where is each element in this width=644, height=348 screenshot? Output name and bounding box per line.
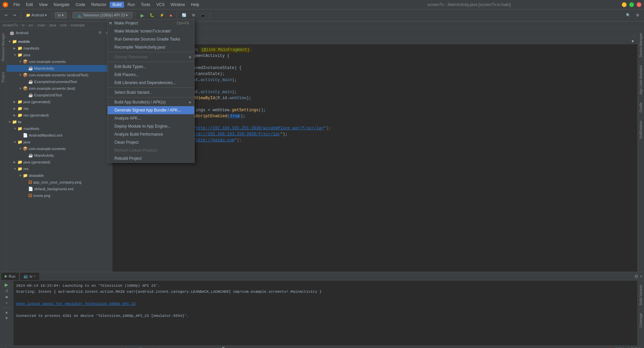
tree-item-res-m[interactable]: ▶ 📁 res xyxy=(7,105,112,112)
menu-select-build-variant[interactable]: Select Build Variant... xyxy=(108,88,194,96)
rerun-button[interactable]: ↺ xyxy=(5,289,8,293)
tree-item-mainactivity-tv[interactable]: ☕ MainActivity xyxy=(7,152,112,159)
tree-item-default-bg[interactable]: 📄 default_background.xml xyxy=(7,186,112,192)
scroll-down-button[interactable]: ▼ xyxy=(5,316,9,321)
bottom-tab-tv[interactable]: 📺 tv × xyxy=(20,273,39,280)
breadcrumb-item-5[interactable]: com xyxy=(60,23,67,27)
tree-item-drawable-tv[interactable]: ▼ 📁 drawable xyxy=(7,172,112,179)
tree-item-com-screentv-tv[interactable]: ▼ 📦 com.example.screentv xyxy=(7,145,112,152)
menu-clean-project[interactable]: Clean Project xyxy=(108,138,194,146)
menu-run[interactable]: Run xyxy=(125,2,138,8)
tree-item-androidmanifest[interactable]: 📄 AndroidManifest.xml xyxy=(7,132,112,139)
menu-analyze-apk[interactable]: Analyze APK... xyxy=(108,114,194,122)
minimize-button[interactable]: − xyxy=(622,2,627,7)
menu-file[interactable]: File xyxy=(11,2,22,8)
stop-action-button[interactable]: ■ xyxy=(5,295,8,299)
tree-item-com-test[interactable]: ▼ 📦 com.example.screentv (test) xyxy=(7,85,112,92)
tree-item-app-icon-png[interactable]: 🖼 app_icon_your_company.png xyxy=(7,179,112,186)
scroll-up-button[interactable]: ▲ xyxy=(5,310,9,315)
tree-item-com-screentv[interactable]: ▼ 📦 com.example.screentv xyxy=(7,58,112,65)
bottom-settings-button[interactable]: ⚙ xyxy=(634,274,639,279)
menu-vcs[interactable]: VCS xyxy=(154,2,167,8)
toolbar-undo[interactable]: ↩ xyxy=(3,12,10,18)
search-everywhere-button[interactable]: 🔍 xyxy=(624,12,633,18)
notifications-label[interactable]: Notifications xyxy=(639,119,643,140)
breadcrumb-item-3[interactable]: main xyxy=(38,23,46,27)
tree-item-mobile[interactable]: ▼ 📁 mobile xyxy=(7,38,112,45)
avd-manager-button[interactable]: 📱 xyxy=(199,12,207,18)
menu-window[interactable]: Window xyxy=(168,2,188,8)
menu-help[interactable]: Help xyxy=(188,2,202,8)
menu-edit-libraries[interactable]: Edit Libraries and Dependencies... xyxy=(108,79,194,87)
toolbar-project-dropdown[interactable]: 📁 Android ▾ xyxy=(24,12,49,18)
tree-item-java-gen-tv[interactable]: ▶ 📁 java (generated) xyxy=(7,159,112,165)
run-button[interactable]: ▶ xyxy=(139,12,146,19)
folder-icon-test: 📦 xyxy=(23,86,28,91)
breadcrumb-sep-1: › xyxy=(26,23,27,27)
menu-edit-flavors[interactable]: Edit Flavors... xyxy=(108,71,194,79)
tree-item-unit-test[interactable]: ☕ ExampleUnitTest xyxy=(7,92,112,98)
tree-item-java-mobile[interactable]: ▼ 📁 java xyxy=(7,52,112,58)
menu-edit-build-types[interactable]: Edit Build Types... xyxy=(108,63,194,71)
maximize-button[interactable]: □ xyxy=(629,2,634,7)
menu-view[interactable]: View xyxy=(36,2,50,8)
debug-button[interactable]: 🐛 xyxy=(148,12,156,18)
project-panel-label[interactable]: Project xyxy=(1,71,5,84)
settings-button[interactable]: ⚙ xyxy=(634,12,641,18)
tree-item-res-gen-m[interactable]: ▶ 📁 res (generated) xyxy=(7,112,112,119)
menu-build[interactable]: Build xyxy=(110,2,124,8)
app-links-label[interactable]: App Links Assistant xyxy=(639,64,643,96)
breadcrumb-item-0[interactable]: screenTv xyxy=(3,23,18,27)
bottom-tab-run[interactable]: ▶ Run xyxy=(1,273,19,280)
device-dropdown[interactable]: 📺 Television (1080p) API 23 ▾ xyxy=(72,12,133,18)
sdk-manager-button[interactable]: ⚙ xyxy=(190,12,197,18)
bottom-close-button[interactable]: × xyxy=(640,274,643,279)
tree-item-tv[interactable]: ▼ 📁 tv xyxy=(7,119,112,125)
tree-item-java-generated-m[interactable]: ▶ 📁 java (generated) xyxy=(7,98,112,105)
menu-code[interactable]: Code xyxy=(73,2,88,8)
tree-item-manifests-tv[interactable]: ▼ 📁 manifests xyxy=(7,125,112,132)
tree-item-res-tv[interactable]: ▼ 📁 res xyxy=(7,165,112,172)
menu-tools[interactable]: Tools xyxy=(138,2,153,8)
menu-refactor[interactable]: Refactor xyxy=(89,2,109,8)
menu-run-generate[interactable]: Run Generate Sources Gradle Tasks xyxy=(108,35,194,43)
gradle-label[interactable]: Gradle xyxy=(639,101,643,114)
device-manager-label[interactable]: Device Manager xyxy=(639,31,643,59)
menu-recompile[interactable]: Recompile 'MainActivity.java' xyxy=(108,43,194,51)
sync-project-button[interactable]: 🔄 xyxy=(180,12,189,18)
tree-item-com-androidtest[interactable]: ▼ 📦 com.example.screentv (androidTest) xyxy=(7,72,112,78)
menu-generate-signed[interactable]: Generate Signed App Bundle / APK... xyxy=(108,106,194,114)
run-action-button[interactable]: ▶ xyxy=(5,282,8,287)
menu-make-module[interactable]: Make Module 'screenTv.tv.main' xyxy=(108,27,194,35)
tree-item-mainactivity-m[interactable]: ☕ MainActivity xyxy=(7,65,112,72)
menu-build-apk[interactable]: Build App Bundle(s) / APK(s) xyxy=(108,98,194,106)
tree-item-movie-png[interactable]: 🖼 movie.png xyxy=(7,192,112,199)
tv-tab-close[interactable]: × xyxy=(34,274,36,278)
stop-button[interactable]: ■ xyxy=(168,12,174,18)
breadcrumb-item-6[interactable]: example xyxy=(71,23,85,27)
breadcrumb-item-1[interactable]: tv xyxy=(22,23,25,27)
more-tabs-button[interactable]: ⋮ xyxy=(632,33,636,38)
menu-rebuild-project[interactable]: Rebuild Project xyxy=(108,154,194,162)
tree-item-manifests-mobile[interactable]: ▶ 📁 manifests xyxy=(7,45,112,52)
menu-navigate[interactable]: Navigate xyxy=(51,2,72,8)
menu-deploy-module[interactable]: Deploy Module to App Engine... xyxy=(108,122,194,130)
coverage-label[interactable]: Coverage xyxy=(639,312,643,329)
resource-manager-label[interactable]: Resource Manager xyxy=(1,31,5,63)
expand-warnings-button[interactable]: ▼ xyxy=(631,39,635,43)
toolbar-redo[interactable]: ↪ xyxy=(11,12,18,18)
build-variants-label[interactable]: Build Variants xyxy=(639,283,643,306)
breadcrumb-item-4[interactable]: java xyxy=(49,23,56,27)
menu-analyze-build-perf[interactable]: Analyze Build Performance xyxy=(108,130,194,138)
menu-edit[interactable]: Edit xyxy=(23,2,36,8)
panel-settings-button[interactable]: ⚙ xyxy=(97,30,103,36)
breadcrumb-item-2[interactable]: src xyxy=(29,23,34,27)
tree-item-java-tv[interactable]: ▼ 📁 java xyxy=(7,139,112,145)
module-dropdown[interactable]: tv ▾ xyxy=(55,12,67,18)
close-button[interactable]: × xyxy=(637,2,641,7)
tree-item-instrumented-test[interactable]: ☕ ExampleInstrumentedTest xyxy=(7,78,112,85)
close-action-button[interactable]: × xyxy=(5,301,8,305)
logcat-link[interactable]: Open logcat panel for emulator Televisio… xyxy=(16,302,136,306)
attach-debugger-button[interactable]: ⚡ xyxy=(158,12,166,18)
menu-make-project[interactable]: ⚒ Make Project Ctrl+F9 xyxy=(108,19,194,27)
